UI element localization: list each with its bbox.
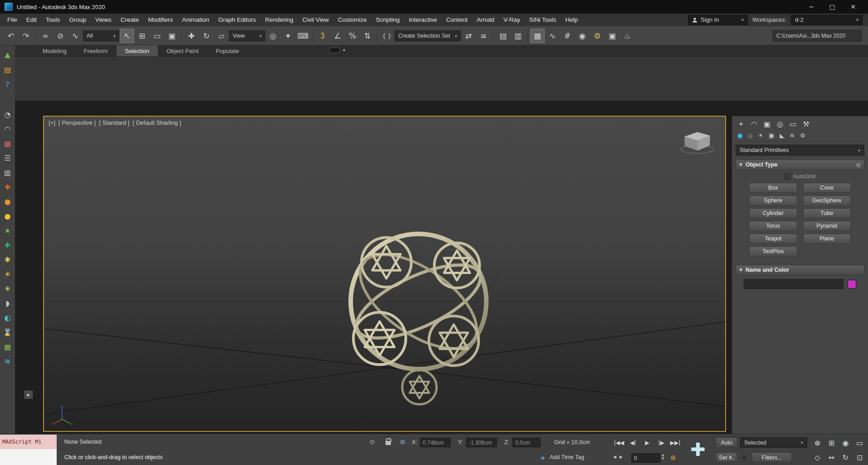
menu-item[interactable]: Modifiers <box>143 14 177 26</box>
reference-coordinate-dropdown[interactable]: View ▾ <box>229 30 265 41</box>
viewcube[interactable] <box>678 128 716 155</box>
geometry-subtab[interactable]: ● <box>737 132 742 139</box>
modify-tab[interactable]: ◠ <box>751 120 757 128</box>
menu-item[interactable]: SiNi Tools <box>525 14 561 26</box>
edit-named-selection-sets-icon[interactable]: { } <box>380 29 394 43</box>
maximize-viewport-icon[interactable]: ⊡ <box>853 451 866 464</box>
menu-item[interactable]: Graph Editors <box>214 14 260 26</box>
viewport-menu-item[interactable]: [ Default Shading ] <box>132 119 181 126</box>
sparkle-icon[interactable]: ✳ <box>2 283 13 294</box>
close-button[interactable]: ✕ <box>843 0 863 14</box>
menu-item[interactable]: Arnold <box>472 14 499 26</box>
zoom-region-icon[interactable]: ▭ <box>853 436 866 450</box>
help-icon[interactable]: ? <box>2 79 13 90</box>
viewport-menu-item[interactable]: [ Standard ] <box>99 119 129 126</box>
zoom-all-icon[interactable]: ⊞ <box>825 436 838 450</box>
sphere-yellow-icon[interactable]: ● <box>2 210 13 221</box>
select-and-rotate-icon[interactable]: ↻ <box>199 29 214 43</box>
set-key-button[interactable]: Set K. <box>716 452 737 463</box>
viewport-canvas[interactable] <box>44 117 725 431</box>
notes-icon[interactable]: ▤ <box>2 64 13 75</box>
schematic-view-icon[interactable]: # <box>560 29 575 43</box>
maxscript-mini-listener[interactable]: MAXScript Mi <box>0 435 57 449</box>
ribbon-tab[interactable]: Freeform <box>75 45 117 56</box>
add-time-tag[interactable]: Add Time Tag <box>550 454 584 460</box>
go-to-end-button[interactable]: ▶▶| <box>669 437 681 449</box>
object-color-swatch[interactable] <box>848 280 856 289</box>
orbit-icon[interactable]: ↻ <box>839 451 852 464</box>
select-and-scale-icon[interactable]: ▱ <box>214 29 229 43</box>
menu-item[interactable]: Rendering <box>261 14 298 26</box>
z-coordinate-field[interactable] <box>512 438 541 447</box>
utilities-tab[interactable]: ⚒ <box>803 120 809 128</box>
window-crossing-icon[interactable]: ▣ <box>165 29 179 43</box>
cube-colored-icon[interactable]: ▩ <box>2 341 13 352</box>
step-back-icon[interactable]: ◀ <box>613 455 616 459</box>
menu-item[interactable]: Civil View <box>298 14 333 26</box>
select-and-move-icon[interactable]: ✚ <box>184 29 199 43</box>
geosphere-button[interactable]: GeoSphere <box>803 196 851 206</box>
space-warps-subtab[interactable]: ≋ <box>790 132 795 139</box>
ribbon-tab[interactable]: Selection <box>117 45 158 56</box>
zoom-icon[interactable]: ⊕ <box>811 436 824 450</box>
create-selection-set-combo[interactable]: Create Selection Set ▾ <box>395 30 461 41</box>
go-to-start-button[interactable]: |◀◀ <box>613 437 625 449</box>
current-frame-field[interactable] <box>631 453 660 463</box>
rectangular-selection-region-icon[interactable]: ▭ <box>150 29 164 43</box>
selected-set-dropdown[interactable]: Selected ▾ <box>740 437 807 448</box>
select-object-icon[interactable]: ↖ <box>120 29 134 43</box>
menu-item[interactable]: Tools <box>41 14 65 26</box>
ribbon-tab[interactable]: Populate <box>207 45 248 56</box>
menu-item[interactable]: V-Ray <box>499 14 525 26</box>
half-cylinder-icon[interactable]: ◗ <box>2 298 13 308</box>
cylinder-button[interactable]: Cylinder <box>749 208 797 218</box>
frame-spinner[interactable]: ▲▼ <box>662 454 664 460</box>
ribbon-config[interactable]: ▾ <box>329 47 345 53</box>
isolate-selection-icon[interactable]: ⊙ <box>370 438 375 445</box>
toggle-ribbon-icon[interactable]: ▦ <box>530 29 545 43</box>
menu-item[interactable]: Help <box>561 14 583 26</box>
render-production-icon[interactable]: ♨ <box>620 29 634 43</box>
hierarchy-tab[interactable]: ▣ <box>764 120 770 128</box>
ribbon-tab[interactable]: Modeling <box>34 45 75 56</box>
menu-item[interactable]: Scripting <box>371 14 405 26</box>
step-forward-icon[interactable]: ▶ <box>619 455 623 459</box>
menu-item[interactable]: Interactive <box>404 14 441 26</box>
helpers-subtab[interactable]: ◣ <box>780 132 784 139</box>
percent-snap-icon[interactable]: % <box>345 29 360 43</box>
next-frame-button[interactable]: |▶ <box>655 437 667 449</box>
material-editor-icon[interactable]: ◉ <box>575 29 590 43</box>
minimize-button[interactable]: ─ <box>801 0 822 14</box>
populate-tools-icon[interactable]: ▲ <box>2 49 13 60</box>
menu-item[interactable]: Create <box>116 14 144 26</box>
lights-subtab[interactable]: ☀ <box>758 132 763 139</box>
flyout-expand-button[interactable]: ▶ <box>24 391 33 399</box>
new-key-icon[interactable]: ⊕ <box>670 454 676 462</box>
tube-button[interactable]: Tube <box>803 208 851 218</box>
clock-icon[interactable]: ◔ <box>2 109 13 120</box>
toggle-scene-explorer-icon[interactable]: ▤ <box>496 29 510 43</box>
shapes-subtab[interactable]: ◇ <box>748 132 752 139</box>
large-crosshair-icon[interactable]: ✚ <box>686 436 710 463</box>
waves-icon[interactable]: ≋ <box>2 356 13 367</box>
menu-item[interactable]: Customize <box>333 14 371 26</box>
selection-filter-dropdown[interactable]: All ▾ <box>83 30 119 41</box>
selection-lock-icon[interactable] <box>385 440 391 446</box>
mirror-icon[interactable]: ⇄ <box>461 29 476 43</box>
undo-icon[interactable]: ↶ <box>4 29 18 43</box>
spinner-snap-icon[interactable]: ⇅ <box>360 29 375 43</box>
maxscript-listener-input[interactable] <box>0 449 57 465</box>
list-icon[interactable]: ☰ <box>2 152 13 163</box>
menu-item[interactable]: Views <box>91 14 116 26</box>
name-color-rollout-header[interactable]: ▼ Name and Color <box>736 265 864 275</box>
pan-icon[interactable]: ↔ <box>825 451 838 464</box>
create-tab[interactable]: ＋ <box>737 119 745 129</box>
snaps-toggle-3d-icon[interactable]: 3 <box>315 29 330 43</box>
torus-button[interactable]: Torus <box>749 221 797 231</box>
sphere-blue-icon[interactable]: ◐ <box>2 312 13 323</box>
dome-icon[interactable]: ◠ <box>2 123 13 134</box>
play-button[interactable]: ▶ <box>641 437 653 449</box>
menu-item[interactable]: Animation <box>177 14 214 26</box>
workspace-dropdown[interactable]: d-2 ▾ <box>791 15 863 25</box>
cameras-subtab[interactable]: ▣ <box>769 132 774 139</box>
